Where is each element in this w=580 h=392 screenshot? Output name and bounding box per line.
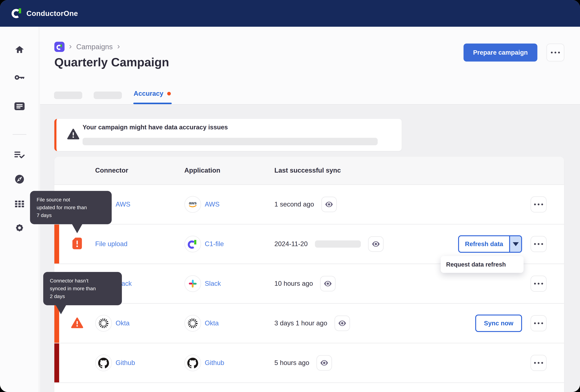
notes-icon[interactable] xyxy=(14,101,24,111)
okta-icon xyxy=(184,315,201,332)
menu-item-request-data-refresh[interactable]: Request data refresh xyxy=(446,261,506,268)
refresh-data-caret[interactable] xyxy=(509,236,521,252)
tooltip-arrow xyxy=(56,305,66,314)
application-link[interactable]: AWS xyxy=(205,201,220,208)
header-actions: Prepare campaign xyxy=(463,43,564,62)
application-link[interactable]: Slack xyxy=(205,280,221,287)
warning-triangle-icon xyxy=(67,129,79,141)
tooltip-arrow xyxy=(72,224,82,233)
refresh-dropdown-menu: Request data refresh xyxy=(441,256,524,273)
issue-strip xyxy=(54,225,59,263)
alert-triangle-icon xyxy=(71,317,83,329)
main-area: › Campaigns › Quarterly Campaign Prepare… xyxy=(40,27,580,392)
slack-icon xyxy=(184,275,201,292)
application-link[interactable]: Github xyxy=(205,359,224,367)
column-header-last-sync: Last successful sync xyxy=(274,167,564,174)
sync-now-button[interactable]: Sync now xyxy=(475,315,522,332)
ellipsis-icon xyxy=(534,362,536,364)
c1-app-icon[interactable] xyxy=(54,42,65,52)
row-more-button[interactable] xyxy=(531,315,547,331)
table-row-okta: Okta Okta 3 days 1 hour ago xyxy=(54,304,564,343)
sidebar-divider xyxy=(12,134,26,135)
column-header-application: Application xyxy=(184,167,274,174)
brand: ConductorOne xyxy=(11,7,78,20)
app-window: ConductorOne xyxy=(0,0,580,392)
row-more-button[interactable] xyxy=(531,236,547,252)
key-icon[interactable] xyxy=(14,72,24,83)
svg-text:aws: aws xyxy=(189,201,197,205)
tab-placeholder-1[interactable] xyxy=(54,92,82,99)
table-row-github: Github Github 5 hours ago xyxy=(54,343,564,383)
home-icon[interactable] xyxy=(14,44,24,54)
prepare-campaign-button[interactable]: Prepare campaign xyxy=(463,43,537,62)
aws-icon: aws xyxy=(184,196,201,213)
connectors-table: Connector Application Last successful sy… xyxy=(54,157,564,392)
tab-placeholder-2[interactable] xyxy=(94,92,122,99)
eye-icon xyxy=(320,358,329,367)
application-link[interactable]: Okta xyxy=(205,319,219,327)
eye-icon xyxy=(323,279,332,288)
table-row-aws: aws AWS aws AWS xyxy=(54,185,564,225)
table-header-row: Connector Application Last successful sy… xyxy=(54,157,564,185)
eye-icon xyxy=(324,200,333,209)
tooltip-connector-sync: Connector hasn’t synced in more than 2 d… xyxy=(43,272,122,305)
tab-accuracy[interactable]: Accuracy xyxy=(134,90,171,98)
ellipsis-icon xyxy=(534,283,536,284)
apps-grid-icon[interactable] xyxy=(14,199,24,209)
row-more-button[interactable] xyxy=(531,275,547,292)
eye-icon xyxy=(338,319,347,328)
view-sync-button[interactable] xyxy=(321,197,337,212)
header-more-button[interactable] xyxy=(546,43,564,62)
file-alert-icon xyxy=(72,237,82,251)
refresh-data-label: Refresh data xyxy=(459,236,509,252)
breadcrumb: › Campaigns › xyxy=(54,42,120,52)
last-sync-value: 3 days 1 hour ago xyxy=(274,319,327,327)
stale-strip xyxy=(54,343,59,383)
connector-link[interactable]: Okta xyxy=(116,319,130,327)
tooltip-file-source: File source not updated for more than 7 … xyxy=(30,191,112,224)
tasks-check-icon[interactable] xyxy=(14,150,24,160)
application-link[interactable]: C1-file xyxy=(205,240,224,248)
column-header-connector: Connector xyxy=(95,167,184,174)
last-sync-value: 5 hours ago xyxy=(274,359,309,367)
github-icon xyxy=(184,355,201,371)
brand-name: ConductorOne xyxy=(26,9,78,17)
github-icon xyxy=(95,355,112,371)
chevron-right-icon: › xyxy=(69,42,72,51)
c1-file-icon xyxy=(184,236,201,253)
connector-link[interactable]: AWS xyxy=(116,201,131,208)
view-sync-button[interactable] xyxy=(334,315,350,331)
connector-link[interactable]: File upload xyxy=(95,240,128,248)
active-tab-underline xyxy=(133,103,172,104)
top-navbar: ConductorOne xyxy=(0,0,580,27)
ellipsis-icon xyxy=(534,243,536,245)
ellipsis-icon xyxy=(551,52,553,53)
tab-accuracy-label: Accuracy xyxy=(134,90,163,98)
refresh-data-button[interactable]: Refresh data xyxy=(458,235,522,253)
accuracy-warning-banner: Your campaign might have data accuracy i… xyxy=(54,119,402,151)
content-area: Your campaign might have data accuracy i… xyxy=(40,105,580,392)
okta-icon xyxy=(95,315,112,332)
breadcrumb-campaigns-link[interactable]: Campaigns xyxy=(76,43,113,51)
compass-icon[interactable] xyxy=(14,174,24,184)
orange-dot xyxy=(167,92,171,96)
view-sync-button[interactable] xyxy=(368,236,384,252)
connector-link[interactable]: Github xyxy=(116,359,135,367)
banner-placeholder-bar xyxy=(83,138,378,145)
eye-icon xyxy=(371,240,380,249)
c1-logo-icon xyxy=(11,7,23,20)
banner-title: Your campaign might have data accuracy i… xyxy=(83,124,228,131)
last-sync-value: 10 hours ago xyxy=(274,280,313,287)
page-title: Quarterly Campaign xyxy=(54,56,169,69)
sync-placeholder-bar xyxy=(315,241,361,248)
page-header: › Campaigns › Quarterly Campaign Prepare… xyxy=(40,27,580,105)
row-more-button[interactable] xyxy=(531,355,547,371)
last-sync-value: 1 second ago xyxy=(274,201,314,208)
view-sync-button[interactable] xyxy=(316,355,332,371)
ellipsis-icon xyxy=(534,204,536,205)
row-more-button[interactable] xyxy=(531,196,547,213)
settings-gear-icon[interactable] xyxy=(14,223,24,233)
last-sync-value: 2024-11-20 xyxy=(274,240,308,248)
view-sync-button[interactable] xyxy=(320,276,336,291)
ellipsis-icon xyxy=(534,322,536,324)
